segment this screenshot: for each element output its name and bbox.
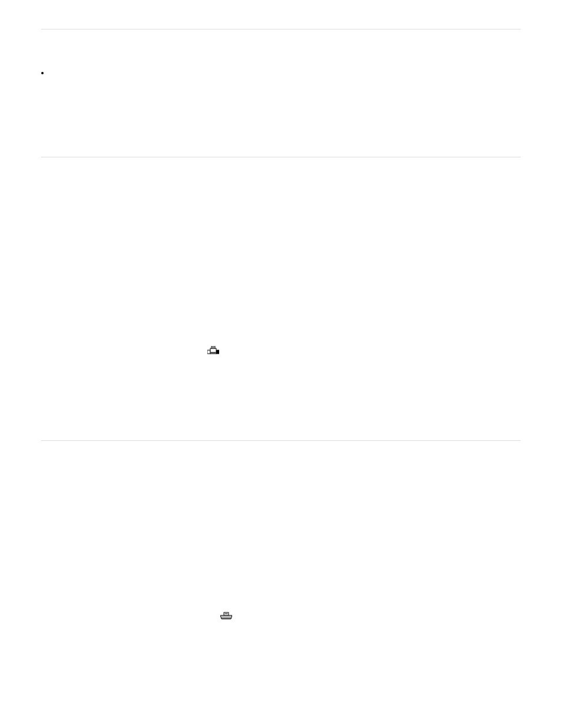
spacer	[41, 29, 521, 71]
spacer	[41, 624, 521, 694]
divider-mid-2	[41, 440, 521, 441]
document-page: 332	[0, 29, 562, 728]
spacer	[41, 358, 521, 440]
icon-row-1	[41, 346, 521, 358]
svg-rect-9	[222, 618, 231, 619]
svg-rect-7	[225, 614, 228, 614]
svg-rect-0	[207, 350, 210, 354]
svg-rect-5	[210, 352, 216, 354]
svg-rect-1	[216, 350, 219, 354]
svg-rect-4	[212, 347, 214, 348]
mail-tray-icon	[220, 612, 232, 620]
divider-mid-1	[41, 157, 521, 157]
spacer	[41, 74, 521, 157]
bullet-dot-icon	[41, 72, 44, 74]
fax-device-icon	[207, 346, 219, 354]
icon-row-2	[41, 612, 521, 624]
